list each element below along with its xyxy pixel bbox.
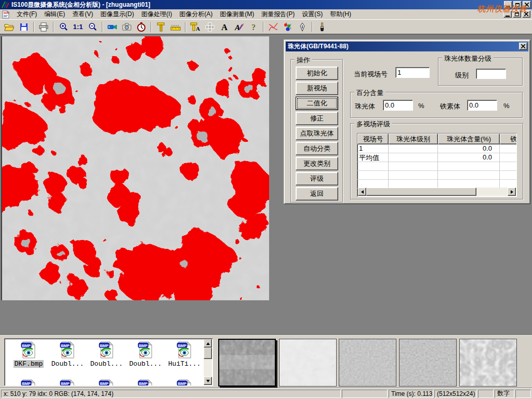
- menu-file[interactable]: 文件(F): [13, 9, 41, 20]
- scrollbar-thumb[interactable]: [366, 188, 476, 196]
- level-input[interactable]: [476, 69, 506, 79]
- brush-button[interactable]: [315, 21, 329, 33]
- ruler-button[interactable]: [168, 21, 183, 33]
- help-button[interactable]: ?: [246, 21, 261, 33]
- scroll-right-button[interactable]: [508, 188, 516, 196]
- scroll-left-button[interactable]: [358, 188, 366, 196]
- status-bar: x: 510 y: 79 idx: 0 RGB: (174, 174, 174)…: [0, 388, 532, 399]
- bmp-file-icon: BMP: [175, 341, 194, 358]
- menu-image-process[interactable]: 图像处理(I): [138, 9, 176, 20]
- table-row[interactable]: [357, 171, 516, 180]
- save-button[interactable]: [17, 21, 31, 33]
- open-button[interactable]: [2, 21, 17, 33]
- col-pearlite-grade[interactable]: 珠光体级别: [389, 134, 438, 144]
- menu-view[interactable]: 查看(V): [69, 9, 97, 20]
- initialize-button[interactable]: 初始化: [296, 66, 338, 80]
- col-field-number[interactable]: 视场号: [357, 134, 389, 144]
- return-button[interactable]: 返回: [296, 187, 338, 201]
- menu-help[interactable]: 帮助(H): [326, 9, 355, 20]
- photo-camera-button[interactable]: [119, 21, 134, 33]
- grade-button[interactable]: 评级: [296, 172, 338, 185]
- pearlite-percent-input[interactable]: [383, 100, 413, 111]
- scrollbar-thumb[interactable]: [204, 348, 212, 359]
- pen-button[interactable]: [295, 21, 310, 33]
- pick-pearlite-button[interactable]: 点取珠光体: [296, 127, 338, 140]
- file-list[interactable]: BMPDKF.bmpBMPDoubl...BMPDoubl...BMPDoubl…: [4, 338, 213, 386]
- file-item[interactable]: BMPDKF.bmp: [10, 341, 47, 368]
- change-class-button[interactable]: 更改类别: [296, 157, 338, 170]
- time-panel: Time (s): 0.113: [389, 390, 433, 398]
- text-button[interactable]: A: [217, 21, 232, 33]
- caliper-button[interactable]: [154, 21, 168, 33]
- file-item[interactable]: BMPHuiTi...: [166, 341, 203, 368]
- file-item[interactable]: BMP: [166, 379, 203, 386]
- cell: 平均值: [357, 153, 389, 162]
- current-field-input[interactable]: [395, 67, 430, 78]
- col-ferrite[interactable]: 铁素体: [500, 134, 517, 144]
- thumbnail-2[interactable]: [279, 339, 337, 387]
- binarize-button[interactable]: 二值化: [296, 97, 338, 110]
- auto-classify-button[interactable]: 自动分类: [296, 142, 338, 155]
- scroll-down-button[interactable]: [204, 377, 212, 385]
- correct-button[interactable]: 修正: [296, 112, 338, 125]
- table-horizontal-scrollbar[interactable]: [358, 188, 516, 196]
- grid-button[interactable]: [203, 21, 217, 33]
- file-item[interactable]: BMP: [49, 379, 86, 386]
- annotate-button[interactable]: A: [232, 21, 246, 33]
- scroll-up-button[interactable]: [204, 339, 212, 348]
- actual-size-button[interactable]: 1:1: [71, 21, 85, 33]
- file-item[interactable]: BMP: [10, 379, 47, 386]
- analysis-image[interactable]: [1, 36, 269, 300]
- bmp-file-icon: BMP: [19, 379, 38, 386]
- ferrite-percent-input[interactable]: [467, 100, 497, 111]
- file-name[interactable]: HuiTi...: [167, 360, 202, 368]
- actual-size-icon: 1:1: [73, 23, 83, 31]
- file-name[interactable]: Doubl...: [50, 360, 85, 368]
- file-item[interactable]: BMPDoubl...: [127, 341, 164, 368]
- table-row[interactable]: [357, 162, 516, 171]
- classify-button[interactable]: 123: [281, 21, 295, 33]
- zoom-out-icon: [88, 22, 97, 32]
- thumbnail-1[interactable]: [218, 339, 276, 387]
- timer-button[interactable]: [134, 21, 149, 33]
- video-camera-button[interactable]: [105, 21, 119, 33]
- cursor-info: x: 510 y: 79 idx: 0 RGB: (174, 174, 174): [4, 390, 113, 397]
- file-item[interactable]: BMPDoubl...: [88, 341, 125, 368]
- level-label: 级别: [455, 71, 469, 80]
- thumbnail-5[interactable]: [459, 339, 517, 387]
- file-item[interactable]: BMP: [127, 379, 164, 386]
- dialog-title-bar[interactable]: 珠光体(GB/T9441-88): [286, 42, 528, 51]
- bmp-file-icon: BMP: [136, 341, 155, 358]
- new-field-button[interactable]: 新视场: [296, 82, 338, 95]
- menu-image-display[interactable]: 图像显示(D): [97, 9, 138, 20]
- pearlite-label: 珠光体: [355, 102, 375, 111]
- dialog-close-button[interactable]: [519, 43, 527, 50]
- menu-settings[interactable]: 设置(S): [298, 9, 326, 20]
- cell: 1: [357, 144, 389, 153]
- measure-text-button[interactable]: A: [188, 21, 203, 33]
- file-name[interactable]: Doubl...: [89, 360, 124, 368]
- image-size: (512x512x24): [437, 390, 475, 397]
- menu-edit[interactable]: 编辑(E): [41, 9, 69, 20]
- ferrite-unit: %: [503, 102, 510, 110]
- file-name[interactable]: DKF.bmp: [14, 360, 44, 368]
- menu-image-measure[interactable]: 图像测量(M): [216, 9, 258, 20]
- vendor-watermark: 杭州仪器仪表: [477, 4, 528, 14]
- file-panel: BMPDKF.bmpBMPDoubl...BMPDoubl...BMPDoubl…: [0, 335, 532, 388]
- thumbnail-4[interactable]: [399, 339, 457, 387]
- file-item[interactable]: BMPDoubl...: [49, 341, 86, 368]
- thumbnail-3[interactable]: [339, 339, 396, 387]
- print-button[interactable]: [36, 21, 51, 33]
- curve-tool-button[interactable]: [266, 21, 281, 33]
- file-item[interactable]: BMP: [88, 379, 125, 386]
- file-name[interactable]: Doubl...: [128, 360, 163, 368]
- menu-measure-report[interactable]: 测量报告(P): [258, 9, 298, 20]
- zoom-in-button[interactable]: [56, 21, 71, 33]
- table-row[interactable]: 平均值 0.0: [357, 153, 516, 162]
- menu-image-analysis[interactable]: 图像分析(A): [176, 9, 216, 20]
- file-list-scrollbar[interactable]: [204, 339, 212, 385]
- zoom-out-button[interactable]: [85, 21, 100, 33]
- col-pearlite-content[interactable]: 珠光体含量(%): [438, 134, 500, 144]
- zoom-in-icon: [59, 22, 68, 32]
- table-row[interactable]: 1 0.0: [357, 144, 516, 153]
